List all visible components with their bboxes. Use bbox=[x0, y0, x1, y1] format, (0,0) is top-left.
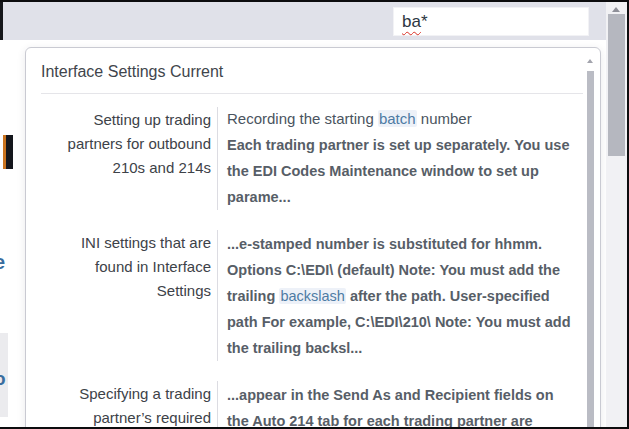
search-input-wildcard: * bbox=[421, 12, 428, 31]
result-topic: Setting up trading partners for outbound… bbox=[41, 107, 211, 210]
search-result-row[interactable]: Specifying a trading partner’s required … bbox=[41, 381, 574, 429]
result-excerpt: Each trading partner is set up separatel… bbox=[227, 132, 574, 210]
page-scrollbar-thumb[interactable] bbox=[608, 14, 625, 156]
result-topic: Specifying a trading partner’s required … bbox=[41, 381, 211, 429]
result-topic: INI settings that are found in Interface… bbox=[41, 230, 211, 361]
top-toolbar: ba* bbox=[0, 2, 606, 40]
search-input[interactable]: ba* bbox=[393, 7, 589, 36]
page-scrollbar[interactable] bbox=[606, 2, 627, 427]
results-section-title: Interface Settings Current bbox=[41, 61, 583, 83]
results-scrollbar[interactable] bbox=[584, 54, 598, 429]
screen: ba* e o Interface Settings Current Setti… bbox=[0, 0, 629, 429]
results-list: Setting up trading partners for outbound… bbox=[41, 107, 574, 429]
result-body: ...e-stamped number is substituted for h… bbox=[217, 230, 574, 361]
search-results-panel: Interface Settings Current Setting up tr… bbox=[25, 47, 601, 429]
result-heading: Recording the starting batch number bbox=[227, 107, 574, 131]
result-body: Recording the starting batch number Each… bbox=[217, 107, 574, 210]
results-scrollbar-thumb[interactable] bbox=[587, 71, 594, 429]
background-link-letter-fragment: e bbox=[0, 251, 5, 274]
search-result-row[interactable]: Setting up trading partners for outbound… bbox=[41, 107, 574, 210]
title-divider bbox=[41, 93, 583, 94]
search-result-row[interactable]: INI settings that are found in Interface… bbox=[41, 230, 574, 361]
result-body: ...appear in the Send As and Recipient f… bbox=[217, 381, 574, 429]
result-excerpt: ...appear in the Send As and Recipient f… bbox=[227, 382, 574, 429]
search-input-text: ba bbox=[402, 12, 421, 31]
background-heading-fragment bbox=[3, 135, 13, 169]
background-link-letter-fragment: o bbox=[0, 368, 6, 390]
scroll-up-icon[interactable] bbox=[612, 7, 620, 12]
result-excerpt: ...e-stamped number is substituted for h… bbox=[227, 231, 574, 361]
scroll-up-icon[interactable] bbox=[587, 59, 593, 63]
